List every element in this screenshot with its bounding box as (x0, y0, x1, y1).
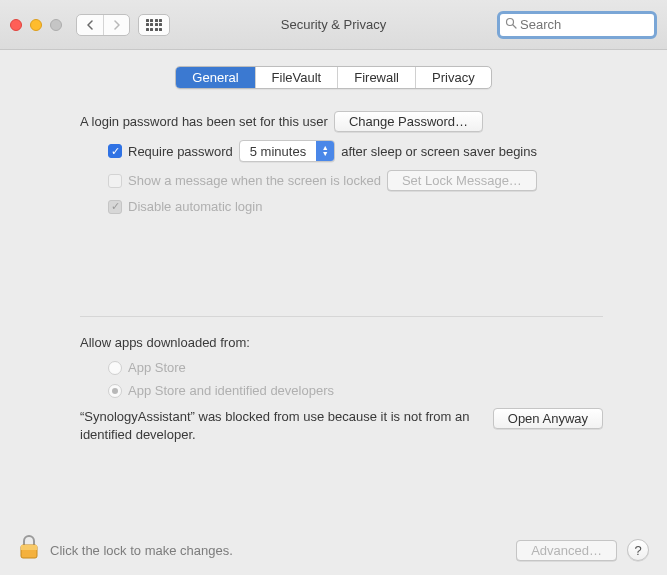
tabs: General FileVault Firewall Privacy (24, 66, 643, 89)
tab-privacy[interactable]: Privacy (415, 67, 491, 88)
svg-rect-3 (21, 545, 37, 550)
general-tab-content: A login password has been set for this u… (24, 111, 643, 443)
open-anyway-button[interactable]: Open Anyway (493, 408, 603, 429)
zoom-window-button (50, 19, 62, 31)
forward-button[interactable] (103, 15, 129, 35)
lock-icon[interactable] (18, 534, 40, 566)
disable-auto-login-checkbox (108, 200, 122, 214)
tab-filevault[interactable]: FileVault (255, 67, 338, 88)
window-controls (10, 19, 62, 31)
content-pane: General FileVault Firewall Privacy A log… (0, 50, 667, 443)
svg-point-0 (507, 19, 514, 26)
tab-firewall[interactable]: Firewall (337, 67, 415, 88)
show-message-label: Show a message when the screen is locked (128, 173, 381, 188)
svg-line-1 (513, 25, 516, 28)
radio-app-store (108, 361, 122, 375)
disable-auto-login-label: Disable automatic login (128, 199, 262, 214)
search-field-wrapper[interactable] (497, 11, 657, 39)
help-button[interactable]: ? (627, 539, 649, 561)
require-password-delay-select[interactable]: 5 minutes ▲▼ (239, 140, 335, 162)
blocked-app-message: “SynologyAssistant” was blocked from use… (80, 408, 475, 443)
back-button[interactable] (77, 15, 103, 35)
grid-icon (146, 19, 163, 31)
close-window-button[interactable] (10, 19, 22, 31)
tab-general[interactable]: General (176, 67, 254, 88)
lock-hint-text: Click the lock to make changes. (50, 543, 233, 558)
show-all-button[interactable] (138, 14, 170, 36)
gatekeeper-section-label: Allow apps downloaded from: (80, 335, 603, 350)
radio-app-store-label: App Store (128, 360, 186, 375)
nav-back-forward (76, 14, 130, 36)
footer: Click the lock to make changes. Advanced… (0, 525, 667, 575)
change-password-button[interactable]: Change Password… (334, 111, 483, 132)
login-password-text: A login password has been set for this u… (80, 114, 328, 129)
require-password-delay-value: 5 minutes (240, 141, 316, 161)
search-input[interactable] (520, 17, 667, 32)
radio-identified-developers (108, 384, 122, 398)
advanced-button: Advanced… (516, 540, 617, 561)
radio-identified-developers-label: App Store and identified developers (128, 383, 334, 398)
select-stepper-icon: ▲▼ (316, 141, 334, 161)
require-password-label: Require password (128, 144, 233, 159)
minimize-window-button[interactable] (30, 19, 42, 31)
section-divider (80, 316, 603, 317)
tab-segmented-control: General FileVault Firewall Privacy (175, 66, 491, 89)
search-icon (505, 17, 517, 32)
set-lock-message-button: Set Lock Message… (387, 170, 537, 191)
show-message-checkbox (108, 174, 122, 188)
require-password-checkbox[interactable] (108, 144, 122, 158)
titlebar: Security & Privacy (0, 0, 667, 50)
after-sleep-text: after sleep or screen saver begins (341, 144, 537, 159)
